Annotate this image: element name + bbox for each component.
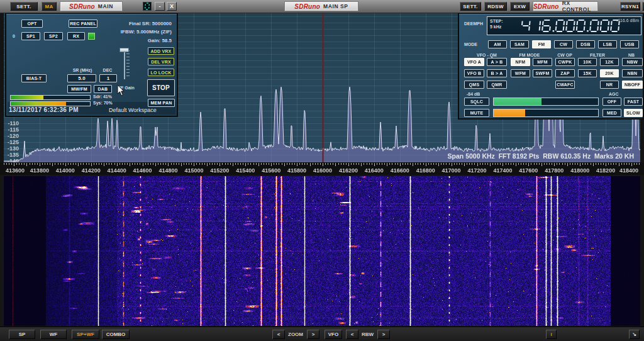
slider-tick <box>126 63 130 64</box>
final-sr-value: Final SR: 5000000 <box>101 21 172 26</box>
gain-value: Gain: 58.5 <box>101 38 172 43</box>
info-button[interactable]: i <box>546 330 557 339</box>
20k-button[interactable]: 20K <box>600 69 619 77</box>
rec-panel-button[interactable]: REC PANEL <box>69 20 97 28</box>
rx-button[interactable]: RX <box>67 32 85 40</box>
frequency-display[interactable]: STEP: 5 kHz -116.6 dBm <box>487 16 641 35</box>
agc-med-button[interactable]: MED <box>602 109 621 117</box>
vrx-index: 0 <box>13 34 15 38</box>
dec-value-box[interactable]: 1 <box>99 74 117 82</box>
waterfall-display[interactable] <box>4 176 640 326</box>
sp1-button[interactable]: SP1 <box>21 32 40 40</box>
zap-button[interactable]: ZAP <box>555 69 575 77</box>
agc-slow-button[interactable]: SLOW <box>624 109 643 117</box>
sr-value-box[interactable]: 5.0 <box>67 74 96 82</box>
mode-am-button[interactable]: AM <box>488 40 507 48</box>
mode-cw-button[interactable]: CW <box>554 40 573 48</box>
squelch-level-label: -84 dB <box>467 92 480 96</box>
nr-button[interactable]: NR <box>600 81 619 89</box>
qms-button[interactable]: QMS <box>464 81 484 89</box>
sdruno-logo: SDRuno <box>533 3 559 10</box>
mute-button[interactable]: MUTE <box>464 109 489 117</box>
vfo-b-button[interactable]: VFO B <box>464 69 484 77</box>
close-icon[interactable]: X <box>167 2 177 11</box>
sp-window-title: SDRuno MAIN SP <box>284 1 358 11</box>
zoom-label: ZOOM <box>288 332 303 337</box>
vfo-button[interactable]: VFO <box>325 330 342 339</box>
sp2-button[interactable]: SP2 <box>44 32 63 40</box>
rbw-label: RBW <box>362 332 374 337</box>
add-vrx-button[interactable]: ADD VRX <box>148 47 174 55</box>
nbn-button[interactable]: NBN <box>622 69 643 77</box>
rsyn1-button[interactable]: RSYN1 <box>620 2 640 11</box>
view-spwf-button[interactable]: SP+WF <box>72 330 99 339</box>
agc-off-button[interactable]: OFF <box>602 98 621 106</box>
mode-sam-button[interactable]: SAM <box>510 40 529 48</box>
slider-tick <box>126 72 130 73</box>
rf-gain-slider-thumb[interactable] <box>119 48 129 52</box>
qmr-button[interactable]: QMR <box>487 81 507 89</box>
view-combo-button[interactable]: COMBO <box>102 330 130 339</box>
vfo-a-button[interactable]: VFO A <box>464 58 484 66</box>
sqlc-button[interactable]: SQLC <box>464 98 489 106</box>
title-bar: SETT. MA SDRuno MAIN - X SDRuno MAIN SP … <box>0 0 644 13</box>
header-vfo-qm: VFO - QM <box>467 53 507 57</box>
header-nb: NB <box>621 53 641 57</box>
rx-settings-button[interactable]: SETT. <box>460 2 481 11</box>
nboff-button[interactable]: NBOFF <box>622 81 643 89</box>
slider-tick <box>126 75 130 76</box>
mode-lsb-button[interactable]: LSB <box>598 40 617 48</box>
stop-button[interactable]: STOP <box>147 79 175 96</box>
audio-level-bar <box>493 109 599 117</box>
mode-usb-button[interactable]: USB <box>620 40 639 48</box>
slider-tick <box>126 57 130 57</box>
zoom-out-button[interactable]: < <box>272 330 285 339</box>
resize-corner-icon[interactable]: ↘ <box>629 330 640 339</box>
signal-level-dbm: -116.6 dBm <box>616 18 639 23</box>
main-settings-button[interactable]: SETT. <box>10 2 38 11</box>
vrx-digit-canvas <box>144 3 150 10</box>
10k-button[interactable]: 10K <box>578 58 597 66</box>
main-ma-button[interactable]: MA <box>42 2 57 11</box>
rbw-up-button[interactable]: > <box>377 330 390 339</box>
mfm-button[interactable]: MFM <box>533 58 552 66</box>
opt-button[interactable]: OPT <box>21 20 43 28</box>
wfm-button[interactable]: WFM <box>511 69 530 77</box>
rbw-down-button[interactable]: < <box>346 330 358 339</box>
dab-button[interactable]: DAB <box>94 85 112 93</box>
rdsw-button[interactable]: RDSW <box>484 2 507 11</box>
nbw-button[interactable]: NBW <box>622 58 643 66</box>
sdr-usage-label: Sdr: 41% <box>93 94 112 99</box>
mw-fm-button[interactable]: MW/FM <box>67 85 91 93</box>
bias-t-button[interactable]: BIAS-T <box>21 74 47 82</box>
exw-button[interactable]: EXW <box>510 2 530 11</box>
a-b-button[interactable]: A > B <box>487 58 507 66</box>
mem-pan-button[interactable]: MEM PAN <box>148 99 175 107</box>
slider-tick <box>126 53 130 54</box>
sys-usage-label: Sys: 70% <box>93 101 113 105</box>
cwafc-button[interactable]: CWAFC <box>555 81 575 89</box>
deemph-label: DEEMPH <box>464 21 483 26</box>
12k-button[interactable]: 12K <box>600 58 619 66</box>
nfm-button[interactable]: NFM <box>511 58 530 66</box>
slider-tick <box>126 69 130 70</box>
sys-usage-bar <box>10 101 91 106</box>
view-wf-button[interactable]: WF <box>40 330 67 339</box>
15k-button[interactable]: 15K <box>578 69 597 77</box>
main-window-title: SDRuno MAIN <box>60 1 123 11</box>
zoom-in-button[interactable]: > <box>307 330 319 339</box>
lo-lock-button[interactable]: LO LOCK <box>148 69 174 76</box>
cwpk-button[interactable]: CWPK <box>555 58 575 66</box>
sr-label: SR (MHz) <box>69 68 96 72</box>
rx-control-panel: DEEMPH STEP: 5 kHz -116.6 dBm MODE AMSAM… <box>458 13 644 120</box>
view-sp-button[interactable]: SP <box>9 330 35 339</box>
del-vrx-button[interactable]: DEL VRX <box>148 58 174 65</box>
mode-dsb-button[interactable]: DSB <box>576 40 595 48</box>
agc-fast-button[interactable]: FAST <box>624 98 643 106</box>
b-a-button[interactable]: B > A <box>487 69 507 77</box>
mode-fm-button[interactable]: FM <box>532 40 551 48</box>
minimize-button[interactable]: - <box>155 2 165 11</box>
sdr-usage-bar <box>10 95 91 100</box>
swfm-button[interactable]: SWFM <box>533 69 552 77</box>
header-cw-op: CW OP <box>550 53 580 57</box>
